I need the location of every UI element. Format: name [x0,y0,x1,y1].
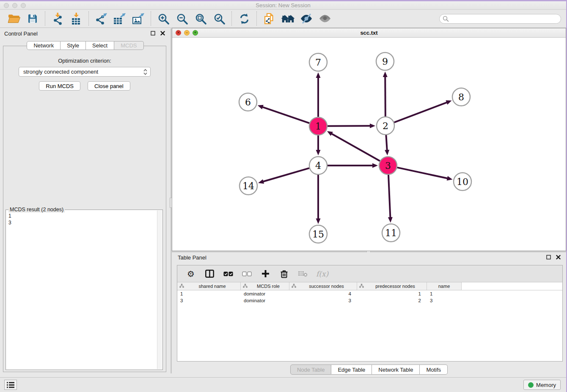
search-input[interactable] [439,14,561,24]
show-all-button[interactable] [317,11,333,26]
table-tab-node-table[interactable]: Node Table [290,364,332,375]
zoom-selected-button[interactable] [212,11,227,26]
table-panel-float-icon[interactable] [546,254,551,260]
split-view-button[interactable] [204,268,215,279]
criterion-select[interactable]: strongly connected component [19,67,151,77]
run-mcds-button[interactable]: Run MCDS [39,81,80,91]
column-header-mcds-role[interactable]: MCDS role [241,282,289,290]
status-bar: Memory [0,377,566,392]
memory-button[interactable]: Memory [523,380,561,390]
zoom-out-button[interactable] [174,11,190,26]
column-header-name[interactable]: name [427,282,462,290]
zoom-in-button[interactable] [156,11,171,26]
graph-node-3[interactable]: 3 [379,157,397,174]
graph-node-15[interactable]: 15 [309,225,327,243]
table-cell[interactable]: 3 [289,297,357,304]
table-panel-close-icon[interactable] [556,254,561,260]
graph-edge-arrow [316,218,321,224]
table-cell[interactable]: 3 [427,297,462,304]
table-row[interactable]: 1dominator411 [177,290,562,297]
deselect-all-columns-button[interactable] [242,268,252,279]
graph-node-label: 4 [315,160,321,171]
table-cell[interactable]: 1 [357,290,427,297]
mcds-result-text[interactable]: 1 3 [6,211,157,370]
export-network-button[interactable] [94,11,109,26]
table-cell[interactable]: 3 [177,297,241,304]
import-table-button[interactable] [69,11,84,26]
select-all-columns-icon [223,271,233,276]
table-row[interactable]: 3dominator323 [177,297,562,304]
add-column-button[interactable] [260,268,270,279]
table-tab-motifs[interactable]: Motifs [420,364,448,375]
graph-node-6[interactable]: 6 [239,93,257,111]
export-image-button[interactable] [131,11,146,26]
graph-node-10[interactable]: 10 [454,173,471,190]
table-cell[interactable]: 2 [357,297,427,304]
mcds-result-scrollbar[interactable] [157,210,162,369]
import-network-button[interactable] [50,11,65,26]
column-header-successor-nodes[interactable]: successor nodes [289,282,357,290]
graph-node-11[interactable]: 11 [382,224,400,242]
table-cell[interactable]: dominator [241,297,289,304]
graph-edge-1-2[interactable] [328,126,371,126]
table-cell[interactable]: dominator [241,290,289,297]
graph-node-label: 1 [315,121,321,132]
graph-edge-3-11[interactable] [388,175,391,218]
criterion-value: strongly connected component [23,69,98,75]
refresh-button[interactable] [237,11,252,26]
graph-edge-2-3[interactable] [386,135,387,151]
tab-network[interactable]: Network [27,41,61,50]
table-cell[interactable]: 4 [289,290,357,297]
close-panel-button[interactable]: Close panel [88,81,130,91]
open-file-button[interactable] [6,11,22,26]
network-view-title: scc.txt [172,30,566,36]
graph-node-14[interactable]: 14 [239,177,257,195]
graph-edge-3-1[interactable] [331,133,380,161]
graph-node-label: 7 [315,57,321,68]
table-tab-edge-table[interactable]: Edge Table [331,364,372,375]
graph-edge-3-10[interactable] [397,168,449,179]
settings-gear-button[interactable]: ⚙ [186,268,196,279]
graph-node-1[interactable]: 1 [309,117,327,135]
graph-edge-2-8[interactable] [394,102,448,122]
table-cell[interactable]: 1 [427,290,462,297]
graph-node-4[interactable]: 4 [309,157,327,174]
first-neighbors-button[interactable] [280,11,295,26]
graph-node-9[interactable]: 9 [376,52,394,70]
tab-select[interactable]: Select [86,41,114,50]
search-icon [443,16,449,24]
task-history-button[interactable] [4,380,17,390]
export-table-icon [114,13,126,25]
column-header-label: shared name [184,284,240,289]
control-panel-close-icon[interactable] [160,30,165,36]
graph-node-8[interactable]: 8 [452,88,470,106]
refresh-icon [239,13,250,25]
new-network-from-selection-button[interactable] [261,11,277,26]
hide-selected-button[interactable] [299,11,314,26]
graph-edge-1-6[interactable] [261,107,309,123]
column-header-shared-name[interactable]: shared name [177,282,241,290]
main-toolbar [0,10,566,28]
select-all-columns-button[interactable] [223,268,233,279]
table-tab-network-table[interactable]: Network Table [372,364,420,375]
graph-node-label: 8 [458,92,464,102]
tab-mcds[interactable]: MCDS [114,41,143,50]
desktop-edge-top [0,0,567,1]
zoom-fit-button[interactable] [193,11,208,26]
graph-edge-2-9[interactable] [385,76,385,116]
column-header-predecessor-nodes[interactable]: predecessor nodes [357,282,427,290]
graph-node-7[interactable]: 7 [309,53,327,71]
tab-style[interactable]: Style [61,41,86,50]
delete-column-button[interactable] [279,268,289,279]
control-panel-float-icon[interactable] [150,30,156,36]
delete-column-icon [281,270,288,278]
network-canvas[interactable]: 1234678910111415 [172,38,566,251]
new-network-from-selection-icon [264,13,275,25]
table-cell[interactable]: 1 [177,290,241,297]
save-session-button[interactable] [25,11,40,26]
first-neighbors-icon [281,14,295,24]
export-table-button[interactable] [112,11,127,26]
graph-node-2[interactable]: 2 [377,117,394,135]
table-tabs: Node TableEdge TableNetwork TableMotifs [172,364,566,375]
graph-edge-4-14[interactable] [262,168,309,182]
